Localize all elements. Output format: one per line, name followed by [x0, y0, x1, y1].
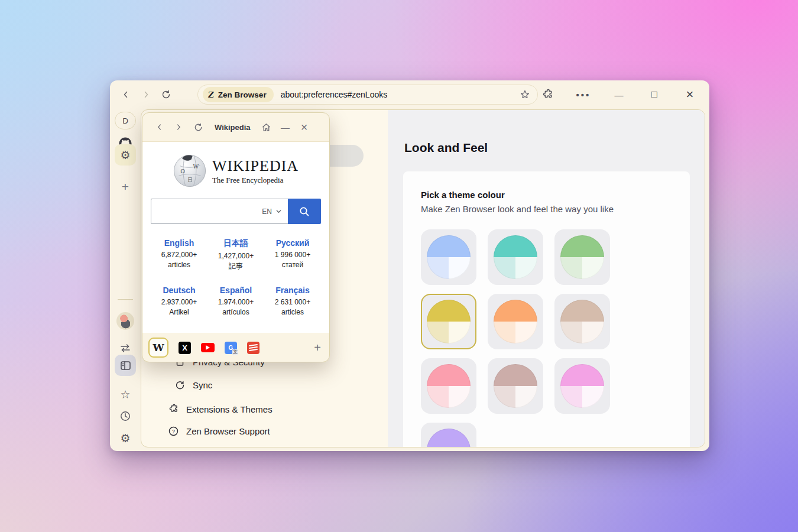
settings-icon[interactable]: ⚙ — [120, 433, 130, 444]
nav-label: Extensions & Themes — [186, 404, 273, 414]
bookmark-star-icon[interactable] — [520, 89, 530, 100]
sidebar-divider — [118, 299, 133, 300]
svg-text:日: 日 — [187, 177, 192, 183]
reload-button[interactable] — [156, 85, 176, 105]
zen-logo-icon: Z — [207, 90, 215, 99]
theme-color-pie — [427, 429, 471, 447]
site-chip-label: Zen Browser — [218, 90, 267, 99]
back-button[interactable] — [116, 85, 136, 105]
settings-content: Look and Feel Pick a theme colour Make Z… — [388, 110, 705, 447]
theme-swatch-tan[interactable] — [554, 294, 610, 349]
wikipedia-globe-icon: Ω W 日 — [173, 154, 206, 188]
pin-site-button[interactable]: + — [314, 341, 321, 355]
theme-color-pie — [494, 300, 537, 343]
nav-label: Zen Browser Support — [186, 426, 270, 436]
pinned-x-icon[interactable]: X — [179, 342, 191, 354]
pinned-youtube-icon[interactable] — [201, 343, 215, 352]
bookmarks-icon[interactable]: ☆ — [120, 388, 130, 401]
mini-forward-button[interactable] — [170, 117, 187, 137]
home-icon[interactable] — [258, 117, 275, 137]
sidebar-item-extensions-themes[interactable]: Extensions & Themes — [168, 404, 273, 414]
theme-swatch-teal[interactable] — [488, 229, 543, 285]
theme-color-pie — [494, 364, 537, 408]
svg-text:?: ? — [172, 429, 175, 434]
page-title: Look and Feel — [404, 141, 488, 155]
theme-color-pie — [560, 364, 604, 408]
wikipedia-wordmark: WIKIPEDIA — [212, 157, 299, 175]
theme-swatch-mauve[interactable] — [488, 358, 543, 414]
theme-swatch-gold[interactable] — [421, 294, 476, 349]
puzzle-icon — [168, 404, 179, 414]
extensions-icon[interactable] — [538, 85, 558, 105]
sync-icon — [174, 380, 186, 390]
pinned-todoist-icon[interactable] — [247, 342, 259, 354]
theme-color-pie — [560, 300, 604, 343]
forward-button[interactable] — [136, 85, 156, 105]
wiki-lang-spanish[interactable]: Español1.974.000+artículos — [207, 286, 264, 318]
theme-grid — [421, 229, 610, 447]
theme-swatch-blue[interactable] — [421, 229, 476, 285]
sidebar-item-support[interactable]: ? Zen Browser Support — [168, 426, 270, 436]
wikipedia-tagline: The Free Encyclopedia — [212, 176, 299, 185]
wiki-lang-german[interactable]: Deutsch2.937.000+Artikel — [151, 286, 207, 318]
wiki-lang-japanese[interactable]: 日本語1,427,000+記事 — [207, 238, 264, 272]
window-controls: ••• — □ × — [538, 85, 700, 105]
theme-subheading: Make Zen Browser look and feel the way y… — [421, 204, 614, 214]
theme-color-pie — [427, 235, 471, 279]
site-identity-chip[interactable]: Z Zen Browser — [203, 87, 274, 102]
theme-color-pie — [427, 364, 471, 408]
url-bar[interactable]: Z Zen Browser about:preferences#zenLooks — [197, 85, 538, 105]
mini-window-title: Wikipedia — [215, 123, 251, 132]
url-text: about:preferences#zenLooks — [281, 90, 388, 99]
mini-minimize-button[interactable]: — — [277, 117, 294, 137]
mini-window-toolbar: Wikipedia — × — [142, 113, 329, 141]
gear-icon: ⚙ — [120, 150, 130, 161]
wikipedia-mini-window: Wikipedia — × Ω W 日 WIKIPEDIA The — [142, 112, 330, 362]
theme-color-pie — [494, 235, 537, 279]
pinned-sites-bar: W X G + — [142, 333, 329, 362]
nav-label: Sync — [193, 380, 212, 390]
theme-card: Pick a theme colour Make Zen Browser loo… — [403, 171, 690, 447]
theme-swatch-orange[interactable] — [488, 294, 543, 349]
menu-ellipsis-button[interactable]: ••• — [573, 85, 593, 105]
wiki-search-input[interactable]: EN — [151, 199, 288, 224]
history-icon[interactable] — [119, 410, 131, 422]
workspace-switch-icon[interactable] — [119, 343, 131, 353]
wiki-language-select[interactable]: EN — [262, 207, 282, 216]
mini-back-button[interactable] — [151, 117, 168, 137]
theme-swatch-green[interactable] — [554, 229, 610, 285]
theme-swatch-purple[interactable] — [421, 423, 476, 447]
sidebar-toggle-active[interactable] — [115, 355, 136, 376]
browser-sidebar: D ⚙ + ☆ ⚙ — [110, 109, 141, 447]
wiki-language-grid: English6,872,000+articles 日本語1,427,000+記… — [142, 238, 329, 318]
profile-avatar[interactable] — [116, 312, 134, 330]
workspace-pill[interactable]: D — [115, 112, 136, 129]
wikipedia-page: Ω W 日 WIKIPEDIA The Free Encyclopedia EN — [142, 141, 329, 333]
browser-toolbar: Z Zen Browser about:preferences#zenLooks… — [110, 80, 709, 109]
wiki-lang-english[interactable]: English6,872,000+articles — [151, 238, 207, 272]
mini-close-button[interactable]: × — [296, 117, 313, 137]
theme-color-pie — [560, 235, 604, 279]
pinned-google-translate-icon[interactable]: G — [225, 342, 237, 354]
wiki-lang-french[interactable]: Français2 631 000+articles — [264, 286, 321, 318]
theme-color-pie — [427, 300, 471, 343]
wiki-lang-russian[interactable]: Русский1 996 000+статей — [264, 238, 321, 272]
help-icon: ? — [168, 426, 179, 436]
svg-text:Ω: Ω — [180, 168, 185, 174]
pinned-wikipedia-active[interactable]: W — [148, 338, 168, 358]
theme-swatch-pink[interactable] — [421, 358, 476, 414]
mini-reload-button[interactable] — [189, 117, 207, 137]
settings-tab-active[interactable]: ⚙ — [115, 144, 136, 166]
svg-text:W: W — [193, 163, 199, 170]
maximize-button[interactable]: □ — [644, 85, 664, 105]
minimize-button[interactable]: — — [609, 85, 629, 105]
sidebar-item-sync[interactable]: Sync — [174, 380, 212, 390]
wiki-search-button[interactable] — [288, 199, 321, 224]
theme-swatch-magenta[interactable] — [554, 358, 610, 414]
theme-heading: Pick a theme colour — [421, 190, 505, 200]
close-button[interactable]: × — [680, 85, 700, 105]
new-tab-button[interactable]: + — [116, 178, 134, 196]
